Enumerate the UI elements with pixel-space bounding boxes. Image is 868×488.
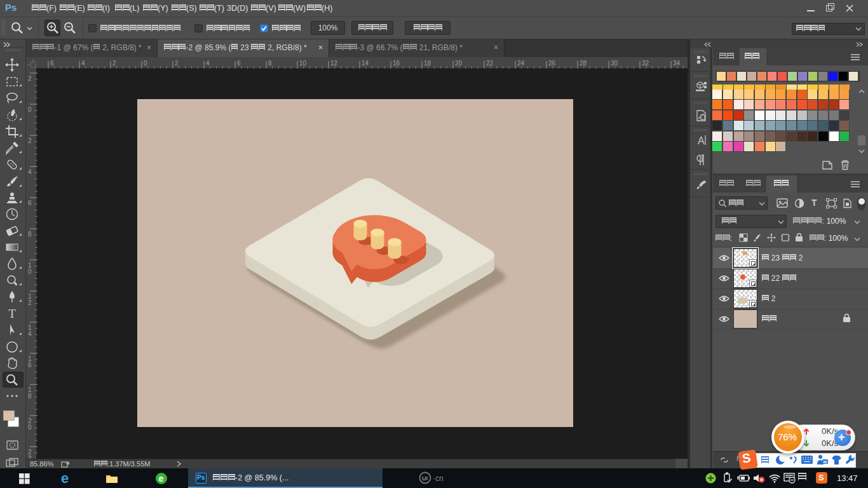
svg-text:8: 8 (28, 231, 32, 238)
svg-text:28: 28 (580, 60, 587, 67)
svg-text:4: 4 (81, 60, 85, 67)
svg-text:8: 8 (268, 60, 272, 67)
svg-text:12: 12 (330, 60, 338, 67)
svg-text:26: 26 (548, 60, 556, 67)
svg-text:36: 36 (823, 460, 827, 464)
svg-text:2: 2 (28, 75, 32, 82)
svg-text:A: A (698, 135, 705, 146)
svg-text:0: 0 (28, 424, 32, 431)
svg-text:6: 6 (237, 60, 241, 67)
svg-text:32: 32 (642, 60, 649, 67)
svg-text:2: 2 (28, 299, 32, 306)
svg-text:22: 22 (486, 60, 494, 67)
svg-text:0: 0 (28, 268, 32, 275)
svg-text:6: 6 (50, 60, 54, 67)
svg-text:10: 10 (299, 60, 307, 67)
svg-text:16: 16 (393, 60, 400, 67)
svg-text:2: 2 (28, 137, 32, 144)
svg-text:UI: UI (422, 475, 428, 482)
svg-text:T: T (8, 307, 16, 320)
svg-text:20: 20 (455, 60, 463, 67)
svg-text:0: 0 (28, 106, 32, 113)
svg-text:2: 2 (175, 60, 179, 67)
svg-text:14: 14 (362, 60, 369, 67)
svg-text:18: 18 (424, 60, 431, 67)
svg-text:6: 6 (28, 362, 32, 369)
svg-text:8: 8 (28, 393, 32, 400)
svg-text:4: 4 (206, 60, 210, 67)
svg-text:4: 4 (28, 330, 32, 337)
svg-text:2: 2 (112, 60, 116, 67)
svg-text:30: 30 (611, 60, 618, 67)
svg-text:·cn: ·cn (433, 474, 444, 483)
svg-text:24: 24 (517, 60, 525, 67)
svg-text:34: 34 (673, 60, 681, 67)
svg-text:4: 4 (28, 168, 32, 175)
svg-text:6: 6 (28, 200, 32, 207)
svg-text:0: 0 (144, 60, 147, 67)
